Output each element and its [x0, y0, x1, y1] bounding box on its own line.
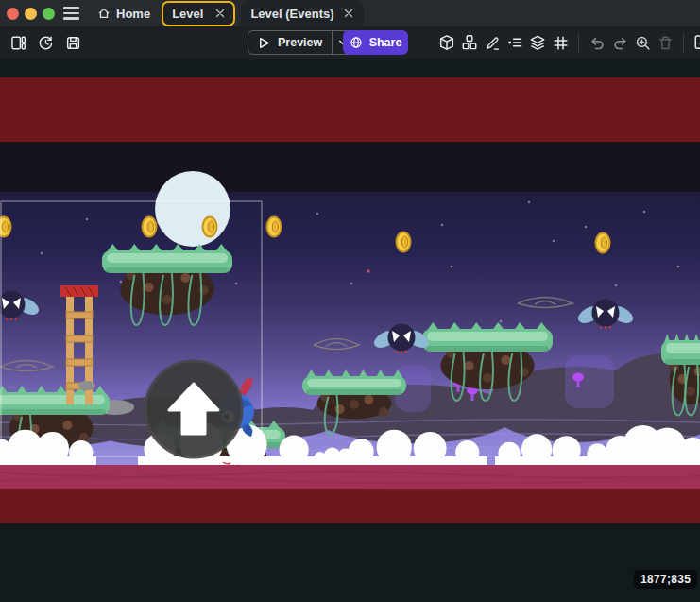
hamburger-icon[interactable]: [63, 7, 79, 19]
object-groups-icon[interactable]: [461, 34, 478, 51]
save-icon[interactable]: [64, 34, 81, 51]
delete-icon[interactable]: [657, 34, 674, 51]
share-label: Share: [369, 36, 402, 49]
coin[interactable]: [267, 217, 282, 237]
share-button[interactable]: Share: [343, 30, 408, 55]
coin[interactable]: [203, 217, 217, 237]
grid-icon[interactable]: [552, 34, 569, 51]
jump-button-overlay[interactable]: [145, 361, 242, 457]
edit-icon[interactable]: [484, 34, 501, 51]
close-icon[interactable]: [214, 9, 225, 19]
minimize-window-button[interactable]: [25, 8, 37, 20]
app-window: Home Level Level (Events): [0, 0, 700, 602]
cursor-coordinates: 1877;835: [634, 570, 697, 589]
redo-icon[interactable]: [611, 34, 628, 51]
tab-level-label: Level: [172, 7, 203, 21]
traffic-lights: [0, 8, 55, 20]
preview-button[interactable]: Preview: [248, 30, 354, 55]
level-canvas[interactable]: [0, 59, 700, 602]
home-icon: [97, 7, 111, 20]
tab-level-events-label: Level (Events): [250, 7, 333, 21]
tab-level-events[interactable]: Level (Events): [241, 0, 363, 26]
toolbar-divider: [578, 33, 579, 52]
toolbar-divider: [683, 33, 684, 52]
title-bar: Home Level Level (Events): [0, 0, 700, 26]
undo-icon[interactable]: [589, 34, 606, 51]
instances-list-icon[interactable]: [506, 34, 523, 51]
level-scene-svg: [0, 59, 700, 602]
coin[interactable]: [596, 233, 610, 253]
top-red-band[interactable]: [0, 77, 700, 142]
close-icon[interactable]: [344, 9, 354, 19]
main-toolbar: Preview Share: [0, 26, 700, 59]
close-window-button[interactable]: [7, 8, 19, 20]
coin[interactable]: [143, 217, 157, 237]
stone[interactable]: [78, 381, 95, 390]
scene-properties-icon[interactable]: [693, 34, 700, 51]
play-icon: [258, 37, 270, 49]
moon[interactable]: [155, 171, 230, 247]
bottom-bands: [0, 465, 700, 602]
preview-label: Preview: [278, 36, 322, 49]
objects-icon[interactable]: [438, 34, 455, 51]
tab-home-label: Home: [116, 7, 150, 21]
tab-bar: Home Level Level (Events): [89, 0, 364, 26]
coin[interactable]: [0, 217, 11, 237]
globe-icon: [350, 36, 363, 49]
zoom-in-icon[interactable]: [634, 34, 651, 51]
layers-icon[interactable]: [529, 34, 546, 51]
panels-icon[interactable]: [9, 34, 26, 51]
tab-level[interactable]: Level: [162, 1, 235, 26]
maximize-window-button[interactable]: [43, 8, 55, 20]
coin[interactable]: [397, 232, 411, 252]
history-icon[interactable]: [37, 34, 54, 51]
tab-home[interactable]: Home: [89, 0, 159, 26]
